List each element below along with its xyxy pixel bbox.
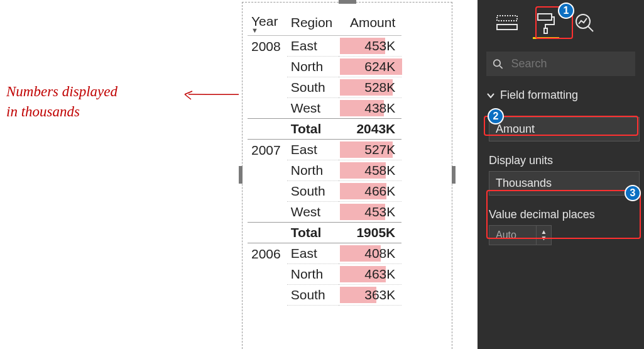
- fields-icon: [496, 14, 518, 32]
- svg-rect-0: [497, 16, 517, 21]
- format-pane: Field formatting Amount Display units Th…: [478, 0, 644, 349]
- decimal-places-label: Value decimal places: [489, 208, 644, 221]
- cell-total-amount: 2043K: [339, 119, 401, 140]
- decimal-places-value[interactable]: Auto: [489, 225, 537, 245]
- resize-handle-top[interactable]: [339, 0, 356, 4]
- cell-amount: 453K: [339, 202, 401, 223]
- analytics-tab[interactable]: [573, 11, 597, 35]
- svg-rect-3: [544, 28, 547, 33]
- cell-amount: 624K: [339, 57, 401, 77]
- annotation-line2: in thousands: [6, 104, 80, 119]
- svg-rect-2: [538, 14, 552, 20]
- cell-amount: 528K: [339, 77, 401, 98]
- annotation-line1: Numbers displayed: [6, 84, 117, 99]
- callout-badge-2: 2: [488, 108, 504, 125]
- format-tab[interactable]: [534, 11, 558, 35]
- search-icon: [493, 58, 503, 70]
- chevron-down-icon: [486, 91, 495, 100]
- resize-handle-right[interactable]: [452, 166, 456, 184]
- callout-badge-3: 3: [625, 185, 641, 201]
- fields-tab[interactable]: [495, 11, 519, 35]
- search-input[interactable]: [510, 57, 629, 71]
- section-label: Field formatting: [500, 89, 578, 102]
- cell-amount: 438K: [339, 98, 401, 119]
- cell-amount: 363K: [339, 285, 401, 306]
- analytics-icon: [574, 13, 596, 34]
- cell-amount: 463K: [339, 264, 401, 285]
- cell-amount: 466K: [339, 181, 401, 202]
- display-units-group: Display units Thousands: [489, 154, 640, 196]
- cell-amount: 527K: [339, 140, 401, 160]
- decimal-places-group: Value decimal places Auto ▲ ▼: [489, 208, 644, 245]
- cell-amount: 458K: [339, 160, 401, 181]
- field-select-value: Amount: [496, 123, 535, 135]
- resize-handle-left[interactable]: [239, 166, 243, 184]
- section-field-formatting[interactable]: Field formatting: [478, 76, 644, 107]
- field-select[interactable]: Amount: [489, 117, 640, 141]
- cell-amount: 453K: [339, 36, 401, 57]
- display-units-label: Display units: [489, 154, 640, 167]
- decimal-places-stepper[interactable]: ▲ ▼: [537, 225, 552, 245]
- display-units-value: Thousands: [496, 177, 552, 189]
- display-units-select[interactable]: Thousands: [489, 171, 640, 196]
- callout-badge-1: 1: [558, 3, 574, 19]
- svg-point-5: [494, 60, 500, 66]
- annotation-text: Numbers displayed in thousands: [6, 82, 214, 122]
- paint-roller-icon: [537, 13, 555, 34]
- svg-rect-1: [497, 25, 517, 30]
- search-box[interactable]: [486, 52, 635, 76]
- cell-total-amount: 1905K: [339, 223, 401, 243]
- stepper-down-icon: ▼: [541, 235, 547, 241]
- cell-amount: 408K: [339, 243, 401, 264]
- matrix-visual[interactable]: Year ▼ Region Amount 2008East453KNorth62…: [239, 0, 456, 349]
